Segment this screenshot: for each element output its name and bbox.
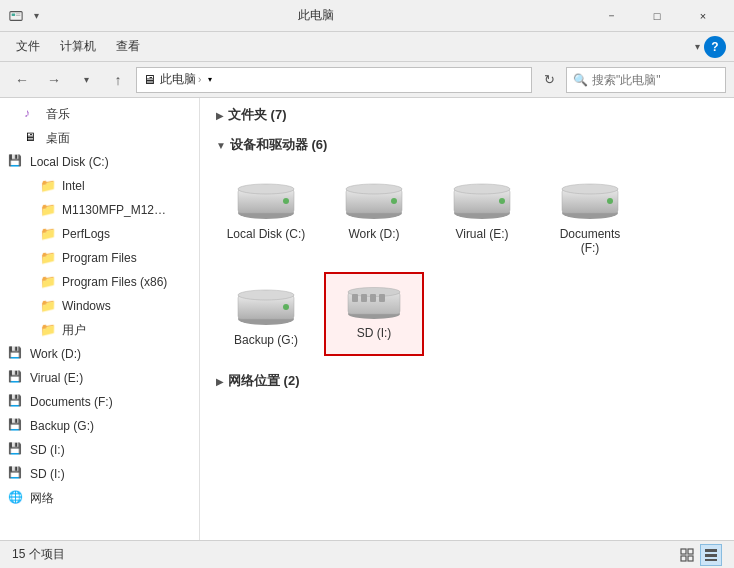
drive-backup-g[interactable]: Backup (G:) bbox=[216, 272, 316, 356]
hdd-icon bbox=[234, 175, 298, 223]
sidebar-item-network[interactable]: 🌐 网络 bbox=[0, 486, 199, 510]
sidebar-item-sd-i[interactable]: 💾 SD (I:) bbox=[0, 438, 199, 462]
music-icon: ♪ bbox=[24, 106, 40, 122]
drive-sd-i[interactable]: SD (I:) bbox=[324, 272, 424, 356]
sidebar-item-program-files-x86[interactable]: 📁 Program Files (x86) bbox=[0, 270, 199, 294]
computer-icon: 🖥 bbox=[143, 72, 156, 87]
sd-icon bbox=[342, 282, 406, 322]
drive-label: Documents (F:) bbox=[549, 227, 631, 255]
sidebar-item-desktop[interactable]: 🖥 桌面 bbox=[0, 126, 199, 150]
restore-button[interactable]: □ bbox=[634, 0, 680, 32]
breadcrumb-chevron[interactable]: ▾ bbox=[203, 73, 217, 87]
sidebar-item-sd-i2[interactable]: 💾 SD (I:) bbox=[0, 462, 199, 486]
svg-rect-30 bbox=[379, 294, 385, 302]
network-section-title: 网络位置 (2) bbox=[228, 372, 300, 390]
title-bar-icons: ▾ bbox=[8, 8, 44, 24]
view-grid-button[interactable] bbox=[676, 544, 698, 566]
status-count: 15 个项目 bbox=[12, 546, 65, 563]
sidebar-label: Work (D:) bbox=[30, 347, 81, 361]
drive-documents-f[interactable]: Documents (F:) bbox=[540, 166, 640, 264]
sidebar-item-windows[interactable]: 📁 Windows bbox=[0, 294, 199, 318]
sidebar-item-music[interactable]: ♪ 音乐 bbox=[0, 102, 199, 126]
minimize-button[interactable]: － bbox=[588, 0, 634, 32]
drive-label: Virual (E:) bbox=[455, 227, 508, 241]
folders-section-title: 文件夹 (7) bbox=[228, 106, 287, 124]
svg-rect-37 bbox=[705, 559, 717, 561]
sidebar-item-program-files[interactable]: 📁 Program Files bbox=[0, 246, 199, 270]
sidebar-item-documents-f[interactable]: 💾 Documents (F:) bbox=[0, 390, 199, 414]
breadcrumb-computer[interactable]: 此电脑 bbox=[160, 71, 196, 88]
drive-icon: 💾 bbox=[8, 394, 24, 410]
sidebar-item-backup-g[interactable]: 💾 Backup (G:) bbox=[0, 414, 199, 438]
drive-work-d[interactable]: Work (D:) bbox=[324, 166, 424, 264]
folder-icon: 📁 bbox=[40, 274, 56, 290]
section-folders[interactable]: ▶ 文件夹 (7) bbox=[200, 98, 734, 128]
back-button[interactable]: ← bbox=[8, 66, 36, 94]
svg-point-18 bbox=[562, 184, 618, 194]
sidebar-label: Intel bbox=[62, 179, 85, 193]
sidebar-item-virual-e[interactable]: 💾 Virual (E:) bbox=[0, 366, 199, 390]
sidebar-item-users[interactable]: 📁 用户 bbox=[0, 318, 199, 342]
network-chevron-icon: ▶ bbox=[216, 376, 224, 387]
sidebar-item-m1130[interactable]: 📁 M1130MFP_M1210MF bbox=[0, 198, 199, 222]
desktop-icon: 🖥 bbox=[24, 130, 40, 146]
recent-button[interactable]: ▾ bbox=[72, 66, 100, 94]
drive-local-disk-c[interactable]: Local Disk (C:) bbox=[216, 166, 316, 264]
grid-view-icon bbox=[680, 548, 694, 562]
drive-icon: 💾 bbox=[8, 466, 24, 482]
sidebar-label: Local Disk (C:) bbox=[30, 155, 109, 169]
address-bar[interactable]: 🖥 此电脑 › ▾ bbox=[136, 67, 532, 93]
drive-virual-e[interactable]: Virual (E:) bbox=[432, 166, 532, 264]
toolbar: ← → ▾ ↑ 🖥 此电脑 › ▾ ↻ 🔍 bbox=[0, 62, 734, 98]
menu-view[interactable]: 查看 bbox=[108, 34, 148, 59]
svg-rect-2 bbox=[16, 13, 20, 14]
search-input[interactable] bbox=[592, 73, 719, 87]
view-list-button[interactable] bbox=[700, 544, 722, 566]
main-layout: ♪ 音乐 🖥 桌面 💾 Local Disk (C:) 📁 Intel 📁 M1… bbox=[0, 98, 734, 540]
title-bar: ▾ 此电脑 － □ × bbox=[0, 0, 734, 32]
hdd-icon bbox=[234, 281, 298, 329]
search-box[interactable]: 🔍 bbox=[566, 67, 726, 93]
drive-label: Local Disk (C:) bbox=[227, 227, 306, 241]
sidebar-item-work-d[interactable]: 💾 Work (D:) bbox=[0, 342, 199, 366]
quick-access-icon: ▾ bbox=[28, 8, 44, 24]
sidebar-label: Documents (F:) bbox=[30, 395, 113, 409]
drives-grid: Local Disk (C:) Work (D:) bbox=[200, 158, 734, 364]
sidebar-label: Backup (G:) bbox=[30, 419, 94, 433]
chevron-down-icon: ▾ bbox=[695, 41, 700, 52]
drive-icon: 💾 bbox=[8, 346, 24, 362]
help-button[interactable]: ? bbox=[704, 36, 726, 58]
section-network[interactable]: ▶ 网络位置 (2) bbox=[200, 364, 734, 394]
section-devices[interactable]: ▼ 设备和驱动器 (6) bbox=[200, 128, 734, 158]
svg-point-10 bbox=[346, 184, 402, 194]
folder-icon: 📁 bbox=[40, 250, 56, 266]
sidebar-label: 用户 bbox=[62, 322, 86, 339]
drive-icon: 💾 bbox=[8, 154, 24, 170]
svg-rect-3 bbox=[16, 15, 20, 16]
devices-section-title: 设备和驱动器 (6) bbox=[230, 136, 328, 154]
status-bar: 15 个项目 bbox=[0, 540, 734, 568]
sidebar-item-local-disk-c[interactable]: 💾 Local Disk (C:) bbox=[0, 150, 199, 174]
forward-button[interactable]: → bbox=[40, 66, 68, 94]
folder-icon: 📁 bbox=[40, 178, 56, 194]
menu-expand: ▾ bbox=[695, 41, 700, 52]
network-icon: 🌐 bbox=[8, 490, 24, 506]
window-title: 此电脑 bbox=[44, 7, 588, 24]
sidebar-label: M1130MFP_M1210MF bbox=[62, 203, 172, 217]
sidebar-item-perflogs[interactable]: 📁 PerfLogs bbox=[0, 222, 199, 246]
sidebar-item-intel[interactable]: 📁 Intel bbox=[0, 174, 199, 198]
svg-rect-29 bbox=[370, 294, 376, 302]
refresh-button[interactable]: ↻ bbox=[536, 67, 562, 93]
svg-rect-31 bbox=[681, 549, 686, 554]
sidebar: ♪ 音乐 🖥 桌面 💾 Local Disk (C:) 📁 Intel 📁 M1… bbox=[0, 98, 200, 540]
svg-rect-1 bbox=[12, 13, 16, 16]
sidebar-label: SD (I:) bbox=[30, 443, 65, 457]
folder-icon: 📁 bbox=[40, 226, 56, 242]
content-area: ▶ 文件夹 (7) ▼ 设备和驱动器 (6) bbox=[200, 98, 734, 540]
up-button[interactable]: ↑ bbox=[104, 66, 132, 94]
close-button[interactable]: × bbox=[680, 0, 726, 32]
breadcrumb-separator: › bbox=[198, 74, 201, 85]
menu-computer[interactable]: 计算机 bbox=[52, 34, 104, 59]
menu-file[interactable]: 文件 bbox=[8, 34, 48, 59]
view-controls bbox=[676, 544, 722, 566]
